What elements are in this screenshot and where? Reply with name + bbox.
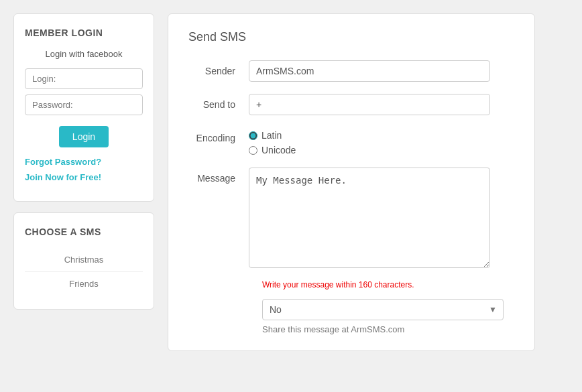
forgot-password-link[interactable]: Forgot Password?: [25, 157, 143, 167]
send-sms-title: Send SMS: [188, 30, 514, 44]
message-row: Message My Message Here.: [188, 168, 514, 268]
right-stub: [548, 13, 569, 351]
encoding-row: Encoding Latin Unicode: [188, 127, 514, 155]
sender-input[interactable]: [249, 60, 490, 82]
login-input[interactable]: [25, 68, 143, 89]
share-select[interactable]: No Yes: [262, 299, 504, 320]
encoding-unicode-radio[interactable]: [249, 146, 257, 155]
encoding-latin[interactable]: Latin: [249, 130, 296, 141]
encoding-latin-radio[interactable]: [249, 131, 257, 140]
password-input[interactable]: [25, 94, 143, 115]
list-item[interactable]: Friends: [25, 272, 143, 296]
message-textarea[interactable]: My Message Here.: [249, 168, 490, 268]
member-login-title: MEMBER LOGIN: [25, 27, 143, 38]
sidebar: MEMBER LOGIN Login with facebook Login F…: [13, 13, 154, 351]
sender-label: Sender: [188, 60, 249, 76]
send-to-label: Send to: [188, 94, 249, 110]
list-item[interactable]: Christmas: [25, 248, 143, 272]
member-login-card: MEMBER LOGIN Login with facebook Login F…: [13, 13, 154, 202]
encoding-latin-text: Latin: [261, 130, 282, 141]
encoding-unicode-text: Unicode: [261, 145, 296, 155]
encoding-label: Encoding: [188, 127, 249, 143]
choose-sms-title: CHOOSE A SMS: [25, 226, 143, 237]
message-label: Message: [188, 168, 249, 184]
encoding-unicode[interactable]: Unicode: [249, 145, 296, 155]
login-button[interactable]: Login: [59, 126, 109, 147]
encoding-options: Latin Unicode: [249, 127, 296, 155]
facebook-login-label: Login with facebook: [25, 49, 143, 59]
send-to-input[interactable]: [249, 94, 490, 115]
char-hint: Write your message within 160 characters…: [262, 280, 514, 289]
choose-sms-card: CHOOSE A SMS Christmas Friends: [13, 212, 154, 310]
send-to-row: Send to: [188, 94, 514, 115]
share-text: Share this message at ArmSMS.com: [262, 324, 514, 334]
share-select-wrapper: No Yes ▼: [262, 299, 504, 320]
send-sms-panel: Send SMS Sender Send to Encoding Latin U…: [168, 13, 535, 351]
sender-row: Sender: [188, 60, 514, 82]
join-now-link[interactable]: Join Now for Free!: [25, 172, 143, 182]
share-select-row: No Yes ▼: [262, 299, 514, 320]
